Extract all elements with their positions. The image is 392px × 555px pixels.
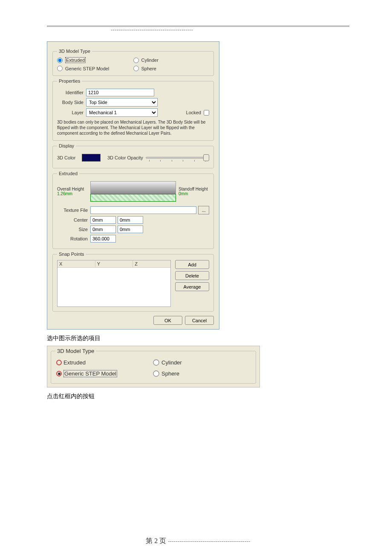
- diagram-shape: [90, 181, 176, 202]
- snap-points-grid[interactable]: X Y Z: [57, 260, 171, 307]
- snap-col-y: Y: [95, 260, 133, 267]
- standoff-height-label: Standoff Height: [179, 187, 209, 191]
- identifier-input[interactable]: [86, 89, 154, 96]
- radio2-sphere-input[interactable]: [153, 370, 159, 376]
- texture-file-input[interactable]: [90, 206, 196, 214]
- snap-col-x: X: [58, 260, 95, 267]
- radio-extruded-input[interactable]: [57, 58, 63, 63]
- radio2-extruded-input[interactable]: [56, 360, 62, 365]
- size-y-input[interactable]: [118, 225, 143, 233]
- model-type-dialog-2: 3D Model Type Extruded Cylinder Generic …: [47, 346, 260, 387]
- radio2-sphere[interactable]: Sphere: [153, 370, 251, 377]
- properties-hint: 3D bodies can only be placed on Mechanic…: [57, 119, 209, 136]
- center-x-input[interactable]: [90, 216, 116, 224]
- body-side-label: Body Side: [57, 100, 84, 105]
- display-legend: Display: [57, 143, 76, 148]
- rotation-input[interactable]: [90, 235, 116, 243]
- rotation-label: Rotation: [57, 236, 90, 241]
- display-group: Display 3D Color 3D Color Opacity: [52, 143, 214, 168]
- radio2-generic-step[interactable]: Generic STEP Model: [56, 370, 153, 377]
- standoff-height-value: 0mm: [179, 191, 209, 196]
- radio2-generic-step-label: Generic STEP Model: [63, 370, 117, 377]
- snap-average-button[interactable]: Average: [175, 282, 209, 291]
- snap-col-z: Z: [133, 260, 170, 267]
- snap-delete-button[interactable]: Delete: [175, 271, 209, 280]
- radio2-cylinder-label: Cylinder: [161, 359, 182, 366]
- layer-label: Layer: [57, 110, 84, 115]
- center-label: Center: [57, 217, 90, 223]
- identifier-label: Identifier: [57, 90, 84, 95]
- radio-cylinder-label: Cylinder: [141, 58, 159, 63]
- color-swatch[interactable]: [82, 154, 101, 162]
- extruded-diagram: Overall Height 1.26mm Standoff Height 0m…: [57, 181, 209, 202]
- radio-extruded[interactable]: Extruded: [57, 57, 133, 63]
- radio2-cylinder-input[interactable]: [153, 359, 159, 365]
- body-side-select[interactable]: Top Side: [86, 98, 158, 107]
- radio-generic-step-input[interactable]: [57, 66, 63, 71]
- texture-browse-button[interactable]: ...: [198, 206, 209, 214]
- footer-page-label: 第 2 页: [146, 537, 166, 544]
- overall-height-value: 1.26mm: [57, 191, 88, 196]
- radio-cylinder[interactable]: Cylinder: [133, 57, 210, 63]
- snap-points-legend: Snap Points: [57, 251, 86, 257]
- caption-select-item: 选中图示所选的项目: [47, 335, 349, 342]
- overall-height-label: Overall Height: [57, 187, 88, 191]
- model-type-group-2: 3D Model Type Extruded Cylinder Generic …: [51, 348, 256, 384]
- size-label: Size: [57, 227, 90, 232]
- center-y-input[interactable]: [118, 216, 143, 224]
- body-3d-dialog: 3D Model Type Extruded Cylinder Generic …: [47, 41, 219, 330]
- snap-points-group: Snap Points X Y Z Add Delete Average: [52, 251, 214, 312]
- snap-add-button[interactable]: Add: [175, 260, 209, 269]
- radio-sphere-label: Sphere: [141, 66, 156, 71]
- model-type-legend: 3D Model Type: [57, 49, 92, 54]
- radio2-generic-step-input[interactable]: [56, 371, 62, 376]
- properties-group: Properties Identifier Body Side Top Side…: [52, 78, 214, 141]
- cancel-button[interactable]: Cancel: [185, 316, 214, 325]
- radio-sphere-input[interactable]: [133, 66, 139, 71]
- caption-click-red-button: 点击红框内的按钮: [47, 393, 349, 400]
- radio-generic-step[interactable]: Generic STEP Model: [57, 66, 133, 71]
- radio-sphere[interactable]: Sphere: [133, 66, 210, 71]
- locked-label: Locked: [186, 110, 201, 115]
- opacity-slider[interactable]: [146, 153, 209, 162]
- size-x-input[interactable]: [90, 225, 116, 233]
- page-footer: 第 2 页 ----------------------------------…: [47, 537, 349, 546]
- radio2-cylinder[interactable]: Cylinder: [153, 359, 251, 366]
- footer-dashes: ----------------------------------------…: [168, 538, 250, 545]
- radio-extruded-label: Extruded: [65, 57, 86, 63]
- radio2-sphere-label: Sphere: [161, 370, 179, 377]
- model-type-group: 3D Model Type Extruded Cylinder Generic …: [52, 49, 214, 76]
- radio2-extruded-label: Extruded: [63, 359, 86, 366]
- opacity-label: 3D Color Opacity: [107, 155, 143, 160]
- radio-cylinder-input[interactable]: [133, 58, 139, 63]
- color-label: 3D Color: [57, 155, 79, 160]
- layer-select[interactable]: Mechanical 1: [86, 108, 158, 117]
- properties-legend: Properties: [57, 78, 82, 84]
- radio-generic-step-label: Generic STEP Model: [65, 66, 109, 71]
- radio2-extruded[interactable]: Extruded: [56, 359, 153, 366]
- model-type-legend-2: 3D Model Type: [55, 348, 96, 354]
- extruded-group: Extruded Overall Height 1.26mm Standoff …: [52, 171, 214, 249]
- texture-file-label: Texture File: [57, 208, 90, 213]
- extruded-legend: Extruded: [57, 171, 79, 176]
- top-dashes: ----------------------------------------…: [111, 27, 349, 33]
- ok-button[interactable]: OK: [153, 316, 182, 325]
- locked-checkbox[interactable]: [204, 110, 209, 116]
